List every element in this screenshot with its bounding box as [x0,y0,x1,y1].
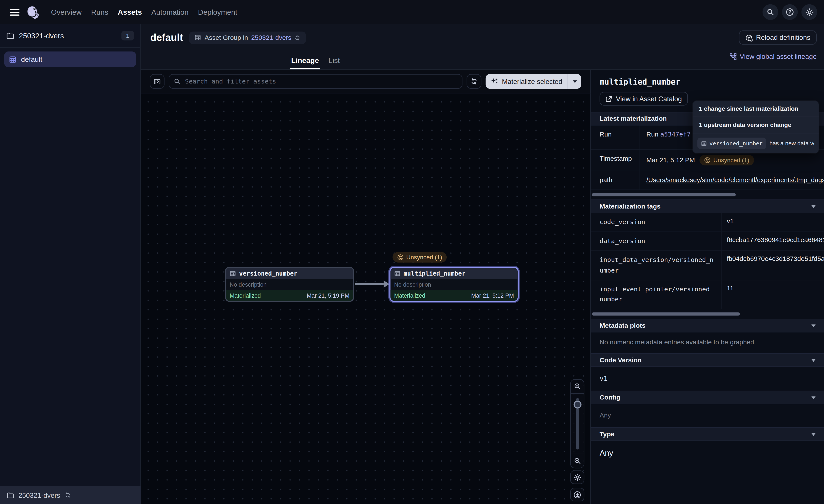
nav-assets[interactable]: Assets [118,8,142,16]
asset-group-icon [9,55,17,63]
timestamp-value: Mar 21, 5:12 PM [646,156,695,164]
materialize-dropdown-toggle[interactable] [568,80,581,83]
zoom-in-button[interactable] [571,380,584,393]
materialize-selected-button[interactable]: Materialize selected [486,74,581,89]
toggle-sidebar-button[interactable] [150,74,165,89]
horizontal-scrollbar[interactable] [592,312,740,316]
unsynced-badge-label: Unsynced (1) [406,254,442,260]
asset-node-status: Materialized [230,292,261,298]
asset-node-name: multiplied_number [404,269,466,277]
nav-automation[interactable]: Automation [151,8,189,16]
tag-value: v1 [722,213,824,232]
asset-group-icon [195,34,202,41]
tag-row-input-data-version: input_data_version/versioned_number fb04… [591,251,824,280]
asset-node-description: No description [390,279,517,290]
hamburger-menu-icon[interactable] [7,4,23,20]
sidebar-repo-row[interactable]: 250321-dvers 1 [0,24,140,48]
run-id-link[interactable]: a5347ef7 [660,131,691,138]
materialize-selected-label: Materialize selected [502,78,562,85]
tag-value: 11 [722,280,824,309]
settings-button[interactable] [802,4,817,20]
asset-chip[interactable]: versioned_number [697,138,766,149]
tag-row-input-event-pointer: input_event_pointer/versioned_number 11 [591,280,824,309]
asset-node-versioned-number[interactable]: versioned_number No description Material… [225,267,354,302]
tag-value: fb04dcb6970e4c3d1873de51fd5a5 [722,251,824,280]
zoom-out-icon [574,457,581,465]
view-in-asset-catalog-label: View in Asset Catalog [616,95,682,103]
sync-icon[interactable] [64,492,71,498]
sidebar-item-default[interactable]: default [4,51,136,67]
gear-icon [574,474,581,481]
download-graph-button[interactable] [570,488,585,501]
download-icon [573,491,581,498]
graph-settings-button[interactable] [570,471,585,484]
chevron-down-icon[interactable] [811,205,816,208]
view-global-asset-lineage-link[interactable]: View global asset lineage [729,52,817,60]
zoom-out-button[interactable] [571,454,584,468]
changes-popup: 1 change since last materialization 1 up… [693,101,819,153]
chip-repo-link[interactable]: 250321-dvers [251,34,291,41]
search-button[interactable] [762,4,778,20]
help-button[interactable] [782,4,798,20]
run-prefix: Run [646,131,660,138]
unsynced-badge[interactable]: Unsynced (1) [700,155,754,165]
view-tabs: Lineage List [291,52,340,70]
row-path: path /Users/smackesey/stm/code/elementl/… [591,171,824,190]
chevron-down-icon[interactable] [811,396,816,399]
search-input[interactable] [184,77,457,86]
asset-chip-label: versioned_number [710,140,763,146]
zoom-slider-knob[interactable] [573,401,581,408]
asset-details-panel: multiplied_number View in Asset Catalog … [591,70,824,504]
unsynced-icon [705,157,711,163]
chevron-down-icon[interactable] [811,433,816,435]
section-config: Config [591,391,824,404]
chevron-down-icon[interactable] [811,359,816,361]
popup-suffix: has a new data version [769,140,814,146]
gear-icon [805,8,813,16]
section-label: Materialization tags [600,203,661,210]
selected-asset-title: multiplied_number [600,77,816,87]
tab-list[interactable]: List [328,56,340,70]
section-type: Type [591,427,824,441]
asset-group-chip[interactable]: Asset Group in 250321-dvers [189,31,306,44]
refresh-graph-button[interactable] [467,74,482,89]
table-icon [230,270,236,276]
zoom-slider[interactable] [571,393,584,454]
tag-row-data-version: data_version f6ccba1776380941e9cd1ea6648… [591,232,824,251]
footer-repo-label: 250321-dvers [18,491,60,499]
tag-key: input_data_version/versioned_number [591,251,722,280]
unsynced-badge[interactable]: Unsynced (1) [393,252,447,263]
folder-icon [6,32,14,39]
lineage-toolbar: Materialize selected [141,70,591,94]
horizontal-scrollbar[interactable] [592,193,736,197]
chevron-down-icon[interactable] [811,324,816,327]
config-value: Any [600,412,816,419]
sync-icon [294,34,301,41]
reload-definitions-label: Reload definitions [756,33,810,41]
asset-node-timestamp: Mar 21, 5:19 PM [307,292,349,298]
zoom-in-icon [574,383,581,390]
asset-node-multiplied-number[interactable]: multiplied_number No description Materia… [390,267,519,302]
popup-title: 1 change since last materialization [693,101,819,117]
reload-definitions-button[interactable]: Reload definitions [739,30,817,45]
zoom-controls [570,379,585,469]
panel-expand-icon [153,78,161,85]
sidebar-count-badge: 1 [121,31,134,40]
dagster-logo[interactable] [26,5,39,19]
search-icon [766,8,774,16]
nav-overview[interactable]: Overview [51,8,82,16]
path-link[interactable]: /Users/smackesey/stm/code/elementl/exper… [646,176,824,184]
top-nav: Overview Runs Assets Automation Deployme… [0,0,824,24]
popup-subtitle: 1 upstream data version change [693,117,819,133]
tag-key: code_version [591,213,722,232]
sidebar-item-label: default [21,55,42,63]
tag-row-code-version: code_version v1 [591,213,824,232]
nav-deployment[interactable]: Deployment [198,8,237,16]
code-version-value: v1 [600,374,816,382]
lineage-canvas[interactable]: Unsynced (1) versioned_number No descrip… [141,94,591,504]
view-in-asset-catalog-button[interactable]: View in Asset Catalog [600,92,688,106]
nav-runs[interactable]: Runs [91,8,108,16]
section-label: Metadata plots [600,322,646,329]
tab-lineage[interactable]: Lineage [291,56,319,70]
section-label: Config [600,394,620,401]
